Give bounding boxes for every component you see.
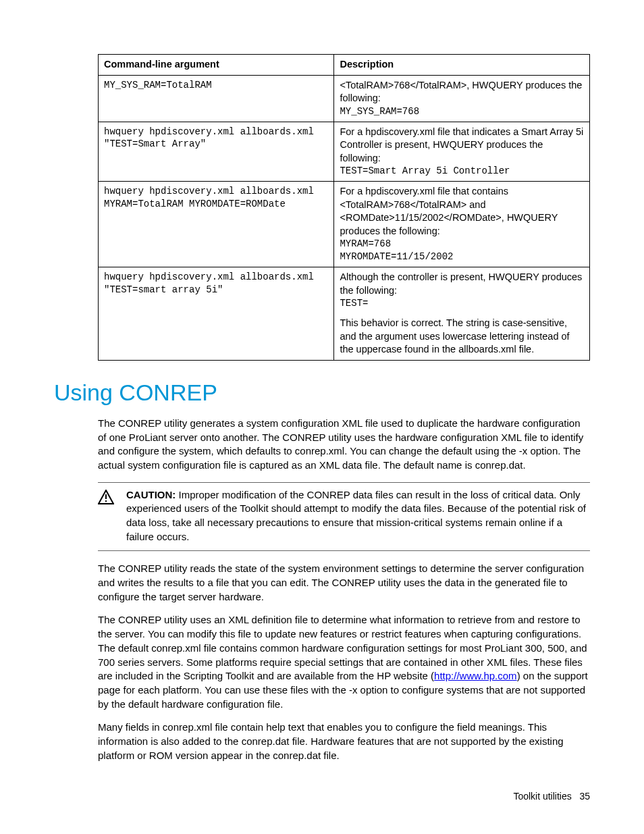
table-row: MY_SYS_RAM=TotalRAM <TotalRAM>768</Total… xyxy=(99,75,590,122)
table-cell-arg: MY_SYS_RAM=TotalRAM xyxy=(99,75,334,122)
paragraph: The CONREP utility reads the state of th… xyxy=(98,562,590,604)
table-cell-desc: For a hpdiscovery.xml file that indicate… xyxy=(334,122,590,182)
table-cell-arg: hwquery hpdiscovery.xml allboards.xml MY… xyxy=(99,182,334,267)
paragraph: Many fields in conrep.xml file contain h… xyxy=(98,721,590,762)
table-row: hwquery hpdiscovery.xml allboards.xml "T… xyxy=(99,267,590,361)
footer-page-number: 35 xyxy=(579,791,590,802)
caution-text: CAUTION: Improper modification of the CO… xyxy=(126,488,590,544)
table-cell-arg: hwquery hpdiscovery.xml allboards.xml "T… xyxy=(99,122,334,182)
table-cell-arg: hwquery hpdiscovery.xml allboards.xml "T… xyxy=(99,267,334,361)
caution-box: CAUTION: Improper modification of the CO… xyxy=(98,482,590,552)
paragraph: The CONREP utility generates a system co… xyxy=(98,417,590,473)
page-footer: Toolkit utilities 35 xyxy=(513,791,590,802)
table-cell-desc: <TotalRAM>768</TotalRAM>, HWQUERY produc… xyxy=(334,75,590,122)
table-cell-desc: Although the controller is present, HWQU… xyxy=(334,267,590,361)
warning-icon xyxy=(98,488,117,544)
paragraph: The CONREP utility uses an XML definitio… xyxy=(98,613,590,711)
svg-rect-1 xyxy=(105,494,107,499)
table-row: hwquery hpdiscovery.xml allboards.xml "T… xyxy=(99,122,590,182)
caution-label: CAUTION: xyxy=(126,489,176,500)
section-heading: Using CONREP xyxy=(54,380,590,406)
table-header-desc: Description xyxy=(334,55,590,76)
command-table: Command-line argument Description MY_SYS… xyxy=(98,54,590,361)
svg-rect-2 xyxy=(105,500,107,502)
footer-section: Toolkit utilities xyxy=(513,791,571,802)
table-cell-desc: For a hpdiscovery.xml file that contains… xyxy=(334,182,590,267)
table-row: hwquery hpdiscovery.xml allboards.xml MY… xyxy=(99,182,590,267)
table-header-arg: Command-line argument xyxy=(99,55,334,76)
hp-website-link[interactable]: http://www.hp.com xyxy=(434,670,517,681)
